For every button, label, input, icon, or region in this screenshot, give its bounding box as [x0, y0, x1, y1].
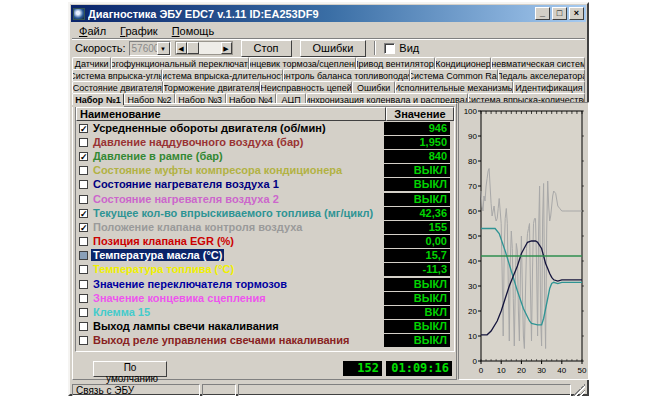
titlebar[interactable]: Диагностика ЭБУ EDC7 v.1.11 ID:EA253DF9 … [71, 5, 586, 22]
tab-неисправность-цепей[interactable]: Неисправность цепей [260, 81, 353, 93]
row-checkbox[interactable] [79, 195, 88, 204]
parameter-value: ВЫКЛ [384, 334, 450, 347]
table-row[interactable]: Выход реле управления свечами накаливани… [76, 334, 454, 348]
tab-кондиционер[interactable]: Кондиционер [435, 57, 491, 69]
status-panel-3 [238, 384, 571, 396]
menu-item-график[interactable]: График [113, 24, 165, 38]
parameter-value: 155 [384, 221, 450, 234]
slider-right-arrow-icon[interactable]: ▶ [221, 42, 232, 54]
row-checkbox[interactable] [79, 308, 88, 317]
table-row[interactable]: Значение концевика сцепленияВЫКЛ [76, 291, 454, 305]
tab-состояние-двигателя[interactable]: Состояние двигателя [72, 81, 163, 93]
row-checkbox[interactable] [79, 265, 88, 274]
speed-label: Скорость: [75, 42, 126, 54]
row-checkbox[interactable]: ✓ [79, 209, 88, 218]
default-button[interactable]: По умолчанию [93, 361, 167, 377]
table-row[interactable]: ✓Усредненные обороты двигателя (об/мин)9… [76, 121, 454, 135]
table-row[interactable]: Температура топлива (°C)-11,3 [76, 263, 454, 277]
table-row[interactable]: Состояние муфты компресора кондиционераВ… [76, 164, 454, 178]
speed-value: 57600 [130, 43, 157, 54]
slider-thumb[interactable] [187, 42, 199, 54]
view-checkbox[interactable] [384, 43, 395, 54]
tab-набор-№1[interactable]: Набор №1 [72, 93, 124, 105]
row-checkbox[interactable] [79, 180, 88, 189]
row-checkbox[interactable] [79, 322, 88, 331]
col-header-name[interactable]: Наименование [76, 107, 386, 121]
counter-display: 152 [343, 361, 382, 376]
tab-датчики[interactable]: Датчики [72, 57, 111, 69]
table-row[interactable]: ✓Положение клапана контроля воздуха155 [76, 220, 454, 234]
table-row[interactable]: Выход лампы свечи накаливанияВЫКЛ [76, 320, 454, 334]
parameter-value: 840 [384, 150, 450, 163]
row-checkbox[interactable]: ✓ [79, 152, 88, 161]
row-checkbox[interactable]: ✓ [79, 124, 88, 133]
tab-концевик-тормоза-сцепления[interactable]: Концевик тормоза/сцепления [249, 57, 356, 69]
tab-контроль-баланса-топливоподачи[interactable]: Контроль баланса топливоподачи [283, 69, 410, 81]
resize-grip[interactable] [573, 384, 585, 396]
window-title: Диагностика ЭБУ EDC7 v.1.11 ID:EA253DF9 [88, 8, 535, 20]
maximize-button[interactable]: □ [552, 7, 567, 20]
parameter-value: ВКЛ [384, 306, 450, 319]
menu-item-помощь[interactable]: Помощь [165, 24, 222, 38]
minimize-button[interactable]: _ [535, 7, 550, 20]
combo-dropdown-icon[interactable]: ▼ [157, 42, 170, 55]
tab-row-2: Система впрыска-углыСистема впрыска-длит… [72, 69, 585, 81]
row-checkbox[interactable] [79, 336, 88, 345]
table-row[interactable]: ✓Давление в рампе (бар)840 [76, 149, 454, 163]
parameter-value: -11,3 [384, 263, 450, 276]
tab-привод-вентилятора[interactable]: Привод вентилятора [356, 57, 435, 69]
row-checkbox[interactable] [79, 280, 88, 289]
status-panel-2 [202, 384, 236, 396]
status-connection: Связь с ЭБУ [72, 384, 200, 396]
table-row[interactable]: ✓Текущее кол-во впрыскиваемого топлива (… [76, 206, 454, 220]
parameter-value: ВЫКЛ [384, 193, 450, 206]
table-row[interactable]: Состояние нагревателя воздуха 1ВЫКЛ [76, 178, 454, 192]
parameter-label: Клемма 15 [91, 306, 384, 319]
row-checkbox[interactable] [79, 237, 88, 246]
table-row[interactable]: Клемма 15ВКЛ [76, 305, 454, 319]
close-button[interactable]: × [569, 7, 584, 20]
stop-button[interactable]: Стоп [241, 40, 292, 57]
slider-left-arrow-icon[interactable]: ◀ [176, 42, 187, 54]
table-row[interactable]: Позиция клапана EGR (%)0,00 [76, 235, 454, 249]
table-header: Наименование Значение [76, 107, 454, 121]
tab-ошибки[interactable]: Ошибки [352, 81, 395, 93]
parameter-value: ВЫКЛ [384, 320, 450, 333]
row-checkbox[interactable] [79, 294, 88, 303]
toolbar: Скорость: 57600 ▼ ◀ ▶ Стоп Ошибки Вид [72, 38, 585, 57]
tab-педаль-акселератора[interactable]: Педаль акселератора [498, 69, 585, 81]
tab-торможение-двигателя[interactable]: Торможение двигателя [163, 81, 260, 93]
speed-combobox[interactable]: 57600 ▼ [129, 41, 171, 56]
table-row[interactable]: Давление наддувочного воздуха (бар)1,950 [76, 135, 454, 149]
tab-многофункциональный-переключатель[interactable]: Многофункциональный переключатель [111, 57, 249, 69]
parameter-value: 0,00 [384, 235, 450, 248]
menu-item-файл[interactable]: Файл [72, 24, 113, 38]
table-row[interactable]: Состояние нагревателя воздуха 2ВЫКЛ [76, 192, 454, 206]
svg-text:30: 30 [468, 282, 477, 291]
row-checkbox[interactable]: ✓ [79, 223, 88, 232]
tab-система-впрыска-длительность[interactable]: Система впрыска-длительность [162, 69, 283, 81]
col-header-value[interactable]: Значение [386, 107, 454, 121]
app-window: Диагностика ЭБУ EDC7 v.1.11 ID:EA253DF9 … [68, 2, 589, 396]
row-checkbox[interactable] [79, 251, 88, 260]
slider-track[interactable] [199, 42, 221, 54]
tab-система-впрыска-углы[interactable]: Система впрыска-углы [72, 69, 162, 81]
parameter-value: 946 [384, 122, 450, 135]
parameter-label: Позиция клапана EGR (%) [91, 235, 384, 248]
row-checkbox[interactable] [79, 138, 88, 147]
svg-text:10: 10 [468, 332, 477, 341]
svg-text:40: 40 [468, 257, 477, 266]
speed-slider[interactable]: ◀ ▶ [175, 41, 233, 55]
tab-идентификация[interactable]: Идентификация [513, 81, 585, 93]
tab-система-common-rail[interactable]: Система Common Rail [410, 69, 498, 81]
errors-button[interactable]: Ошибки [300, 40, 367, 57]
tab-пневматическая-система[interactable]: Пневматическая система [491, 57, 585, 69]
row-checkbox[interactable] [79, 166, 88, 175]
parameter-label: Текущее кол-во впрыскиваемого топлива (м… [91, 207, 384, 220]
table-row[interactable]: Значение переключателя тормозовВЫКЛ [76, 277, 454, 291]
parameter-label: Положение клапана контроля воздуха [91, 221, 384, 234]
table-row[interactable]: Температура масла (°C)15,7 [76, 249, 454, 263]
tab-row-3: Состояние двигателяТорможение двигателяН… [72, 81, 585, 93]
tab-исполнительные-механизмы[interactable]: Исполнительные механизмы [395, 81, 513, 93]
svg-text:30: 30 [537, 366, 546, 375]
